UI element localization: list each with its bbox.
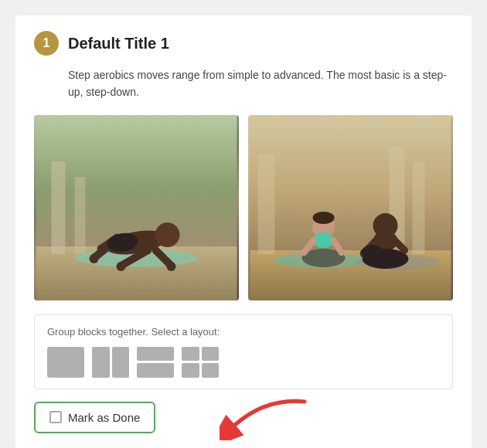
page-title: Default Title 1 bbox=[68, 35, 169, 53]
layout-option-four-grid[interactable] bbox=[182, 347, 219, 378]
svg-rect-3 bbox=[75, 177, 86, 254]
yoga-image-1-svg bbox=[34, 115, 239, 300]
layout-option-two-col[interactable] bbox=[92, 347, 129, 378]
description-text: Step aerobics moves range from simple to… bbox=[34, 66, 453, 101]
svg-point-11 bbox=[117, 262, 126, 271]
layout-options bbox=[47, 347, 440, 378]
layout-cell bbox=[182, 347, 199, 361]
svg-point-14 bbox=[97, 245, 105, 253]
layout-option-single[interactable] bbox=[47, 347, 84, 378]
layout-cell bbox=[182, 363, 199, 378]
step-badge: 1 bbox=[34, 31, 59, 56]
svg-rect-20 bbox=[258, 154, 275, 254]
arrow-indicator bbox=[220, 394, 312, 443]
mark-done-label: Mark as Done bbox=[68, 411, 140, 424]
layout-block: Group blocks together. Select a layout: bbox=[34, 314, 453, 389]
svg-rect-2 bbox=[52, 161, 66, 254]
layout-cell bbox=[202, 363, 220, 378]
red-arrow-svg bbox=[220, 394, 312, 440]
svg-point-36 bbox=[362, 245, 383, 260]
layout-cell bbox=[92, 347, 110, 378]
mark-as-done-button[interactable]: Mark as Done bbox=[34, 402, 155, 433]
bottom-row: Mark as Done bbox=[34, 402, 453, 433]
layout-cell bbox=[137, 363, 174, 378]
header-row: 1 Default Title 1 bbox=[34, 31, 453, 56]
yoga-image-1 bbox=[34, 115, 239, 300]
mark-done-checkbox[interactable] bbox=[49, 411, 62, 423]
layout-label: Group blocks together. Select a layout: bbox=[47, 326, 440, 338]
layout-cell bbox=[202, 347, 220, 361]
svg-point-13 bbox=[90, 254, 99, 263]
layout-cell bbox=[112, 347, 130, 378]
svg-point-6 bbox=[155, 222, 180, 247]
images-row bbox=[34, 115, 453, 300]
yoga-image-2-svg bbox=[248, 115, 453, 300]
svg-point-25 bbox=[313, 212, 335, 224]
main-container: 1 Default Title 1 Step aerobics moves ra… bbox=[15, 15, 472, 448]
svg-rect-19 bbox=[413, 161, 425, 254]
yoga-image-2 bbox=[248, 115, 453, 300]
svg-point-12 bbox=[167, 262, 176, 271]
layout-option-two-row[interactable] bbox=[137, 347, 174, 378]
layout-cell bbox=[137, 347, 174, 361]
